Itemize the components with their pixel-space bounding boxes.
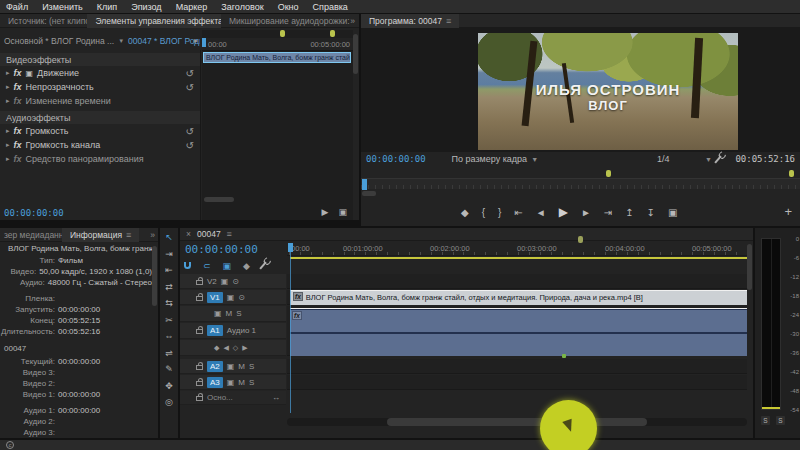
solo-right-button[interactable]: S (776, 416, 785, 425)
tab-media-browser[interactable]: зер медиаданных (0, 228, 62, 242)
disclosure-icon[interactable]: ▸ (6, 83, 10, 91)
effect-motion[interactable]: ▸ fx ▣ Движение ↺ (0, 66, 200, 80)
sequence-marker-icon[interactable] (606, 170, 611, 177)
rate-stretch-tool-icon[interactable]: ⇆ (165, 298, 173, 308)
track-header-master[interactable]: Осно... ↔ (180, 391, 286, 405)
sync-lock-icon[interactable]: ▣ (227, 293, 235, 302)
track-name[interactable]: V1 (207, 292, 223, 303)
track-header-a2[interactable]: A2 ▣ М S (180, 359, 286, 374)
lock-icon[interactable] (196, 396, 203, 401)
mark-in-icon[interactable]: { (482, 207, 485, 218)
track-lane-a3[interactable] (287, 375, 747, 390)
close-icon[interactable]: × (186, 229, 191, 239)
menu-sequence[interactable]: Эпизод (131, 2, 161, 12)
track-lane-v2[interactable] (287, 274, 747, 289)
lift-icon[interactable]: ↥ (625, 207, 633, 218)
chevron-down-icon[interactable]: ▼ (118, 38, 124, 44)
chevron-down-icon[interactable]: ▼ (705, 156, 712, 163)
menu-marker[interactable]: Маркер (176, 2, 208, 12)
tab-audio-mixer[interactable]: Микширование аудиодорожки: 0004 (221, 14, 350, 28)
reset-icon[interactable]: ↺ (186, 68, 194, 79)
ripple-edit-tool-icon[interactable]: ⇤ (165, 265, 173, 275)
step-back-icon[interactable]: ◄ (536, 207, 546, 218)
hand-tool-icon[interactable]: ✥ (165, 381, 173, 391)
audio-clip[interactable]: fx (290, 308, 747, 356)
zoom-level-select[interactable]: По размеру кадра (452, 154, 528, 164)
selection-tool-icon[interactable]: ↖ (165, 232, 173, 242)
track-name[interactable]: A1 (207, 325, 223, 336)
solo-button[interactable]: S (249, 362, 254, 371)
lock-icon[interactable] (196, 280, 203, 285)
track-name[interactable]: A2 (207, 361, 223, 372)
zoom-tool-icon[interactable]: ◎ (165, 397, 173, 407)
track-name[interactable]: A3 (207, 377, 223, 388)
sequence-marker-icon[interactable] (789, 170, 794, 177)
track-output-eye-icon[interactable]: ⊙ (238, 293, 245, 302)
track-output-eye-icon[interactable]: ⊙ (232, 277, 239, 286)
sequence-marker-icon[interactable] (330, 30, 335, 37)
nest-indicator-icon[interactable]: ▣ (223, 261, 232, 271)
menu-help[interactable]: Справка (313, 2, 348, 12)
go-to-out-icon[interactable]: ⇥ (604, 207, 612, 218)
linked-selection-icon[interactable]: ⊂ (203, 261, 211, 271)
time-ruler[interactable]: 00:00 00:01:00:00 00:02:00:00 00:03:00:0… (287, 242, 747, 256)
track-header-v1[interactable]: V1 ▣ ⊙ (180, 290, 286, 305)
add-marker-icon[interactable]: ◆ (243, 261, 250, 271)
expand-arrow-icon[interactable]: ▸ (194, 36, 198, 45)
clip-marker-icon[interactable] (562, 354, 566, 358)
program-current-time[interactable]: 00:00:00:00 (366, 154, 426, 164)
solo-button[interactable]: S (249, 378, 254, 387)
reset-icon[interactable]: ↺ (186, 82, 194, 93)
mini-timeline-clip[interactable]: ВЛОГ Родина Мать, Волга, бомж гранж стай (203, 52, 351, 63)
go-to-in-icon[interactable]: ⇤ (514, 207, 522, 218)
playback-resolution-select[interactable]: 1/4 (657, 154, 670, 164)
master-clip-label[interactable]: Основной * ВЛОГ Родина ... (4, 36, 114, 46)
toggle-audio-icon[interactable]: ▣ (338, 207, 347, 217)
panel-menu-icon[interactable]: ≡ (446, 16, 451, 26)
lock-icon[interactable] (196, 296, 203, 301)
playhead[interactable] (362, 179, 367, 190)
play-icon[interactable]: ▶ (559, 205, 568, 219)
timeline-timecode[interactable]: 00:00:00:00 (185, 243, 258, 256)
keyframe-icon[interactable]: ◇ (233, 344, 238, 352)
disclosure-icon[interactable]: ▸ (6, 97, 10, 105)
pen-tool-icon[interactable]: ✎ (165, 364, 173, 374)
effect-time-remapping[interactable]: ▸ fx Изменение времени (0, 94, 200, 108)
mute-button[interactable]: М (226, 309, 233, 318)
next-keyframe-icon[interactable]: ▶ (242, 344, 247, 352)
menu-clip[interactable]: Клип (97, 2, 117, 12)
tab-overflow-icon[interactable]: » (350, 16, 359, 26)
slip-tool-icon[interactable]: ⇔ (165, 331, 174, 341)
vertical-scrollbar[interactable] (353, 34, 358, 74)
tab-timeline-label[interactable]: 00047 (197, 229, 221, 239)
reset-icon[interactable]: ↺ (186, 126, 194, 137)
effect-volume[interactable]: ▸ fx Громкость ↺ (0, 124, 200, 138)
menu-title[interactable]: Заголовок (221, 2, 263, 12)
vertical-scrollbar[interactable] (152, 246, 157, 306)
tab-program[interactable]: Программа: 00047 ≡ (361, 14, 459, 28)
step-forward-icon[interactable]: ► (581, 207, 591, 218)
slide-tool-icon[interactable]: ⇌ (165, 348, 173, 358)
disclosure-icon[interactable]: ▸ (6, 69, 10, 77)
tab-overflow-icon[interactable]: » (150, 230, 158, 240)
tab-info[interactable]: Информация ≡ (62, 228, 139, 242)
mute-button[interactable]: М (238, 362, 245, 371)
track-select-tool-icon[interactable]: ⇥ (165, 249, 173, 259)
lock-icon[interactable] (196, 381, 203, 386)
tab-source[interactable]: Источник: (нет клипов) (0, 14, 87, 28)
scrollbar-thumb[interactable] (387, 418, 647, 426)
play-around-icon[interactable]: ▶ (322, 207, 329, 217)
panel-menu-icon[interactable]: ≡ (126, 230, 131, 240)
solo-button[interactable]: S (236, 309, 241, 318)
chevron-down-icon[interactable]: ▼ (531, 156, 538, 163)
program-scrubber[interactable] (361, 178, 800, 189)
fit-sequence-icon[interactable]: ↔ (272, 393, 286, 402)
lock-icon[interactable] (196, 329, 203, 334)
solo-left-button[interactable]: S (761, 416, 770, 425)
menu-edit[interactable]: Изменить (42, 2, 83, 12)
tab-effect-controls[interactable]: Элементы управления эффектами ≡ (87, 14, 221, 28)
settings-wrench-icon[interactable] (714, 155, 721, 163)
sequence-clip-label[interactable]: 00047 * ВЛОГ Родина ... (128, 36, 200, 46)
timeline-horizontal-scrollbar[interactable] (287, 418, 747, 426)
snap-icon[interactable] (184, 262, 191, 269)
